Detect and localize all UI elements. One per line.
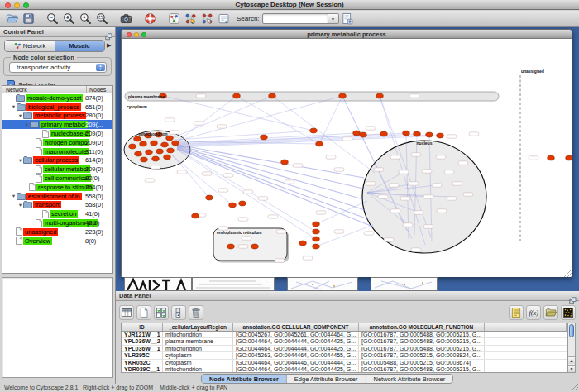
table-cell[interactable]: [GO:0044464, GO:0044444, GO:0044425, G..… xyxy=(233,346,359,352)
zoom-selected-icon[interactable] xyxy=(77,12,93,26)
graph-node[interactable] xyxy=(233,93,241,98)
graph-node[interactable] xyxy=(229,203,237,208)
search-dropdown-button[interactable]: ▼ xyxy=(328,13,339,24)
tree-row-primary-metabol[interactable]: ▼primary metabol209(... xyxy=(2,120,112,129)
tree-row-nitrogen-compo[interactable]: nitrogen compo209(0) xyxy=(2,138,112,147)
window-zoom-button[interactable] xyxy=(141,32,146,37)
table-cell[interactable]: [GO:0045267, GO:0045261, GO:0044464, G..… xyxy=(233,332,359,338)
matrix-icon[interactable] xyxy=(561,305,576,320)
tree-row-macromolecule[interactable]: macromolecule311(0) xyxy=(2,147,112,156)
attribute-list-icon[interactable] xyxy=(509,305,524,320)
table-cell[interactable]: mitochondrion xyxy=(163,346,233,352)
expand-arrow-icon[interactable]: ▼ xyxy=(11,104,17,109)
expand-arrow-icon[interactable]: ▼ xyxy=(24,122,30,127)
column-header-4[interactable]: annotation.GO MOLECULAR_FUNCTION xyxy=(359,323,485,331)
tab-node-attribute-browser[interactable]: Node Attribute Browser xyxy=(202,375,287,383)
table-scrollbar[interactable]: ▲ ▼ xyxy=(567,323,576,373)
graph-node[interactable] xyxy=(152,156,160,161)
network-graph[interactable]: plasma membranecytoplasmmitochondrionnuc… xyxy=(122,39,572,277)
tree-row-cellular-metabol[interactable]: cellular metabol209(0) xyxy=(2,165,112,174)
tab-edge-attribute-browser[interactable]: Edge Attribute Browser xyxy=(287,375,366,383)
zoom-in-icon[interactable] xyxy=(60,12,77,26)
zoom-out-icon[interactable] xyxy=(44,12,60,26)
table-cell[interactable]: YJR121W__1 xyxy=(122,332,163,338)
network-window-titlebar[interactable]: primary metabolic process xyxy=(122,30,572,39)
canvas-resize-grip[interactable] xyxy=(564,270,572,277)
tree-row-multi-organism-pro[interactable]: multi-organism pro42(0) xyxy=(2,218,112,227)
tree-row-mosaic-demo-yeast[interactable]: mosaic-demo-yeast874(0) xyxy=(2,93,112,103)
background-window[interactable] xyxy=(371,277,438,291)
view-settings-icon[interactable] xyxy=(215,12,232,26)
graph-node[interactable] xyxy=(140,141,147,146)
function-builder-icon[interactable]: f(x) xyxy=(526,305,541,320)
table-cell[interactable]: [GO:0016787, GO:0005215, GO:0003824, G..… xyxy=(359,352,485,359)
vizmapper-icon[interactable] xyxy=(182,12,199,26)
graph-node[interactable] xyxy=(313,229,320,234)
graph-node[interactable] xyxy=(566,155,572,160)
graph-node[interactable] xyxy=(161,142,169,147)
expand-arrow-icon[interactable]: ▼ xyxy=(11,194,17,198)
tree-row-overview[interactable]: Overview8(0) xyxy=(2,237,112,246)
open-file-icon[interactable] xyxy=(3,12,20,26)
close-button[interactable] xyxy=(5,2,11,8)
edge[interactable] xyxy=(177,147,365,210)
table-row[interactable]: YJR121W__1mitochondrion[GO:0045267, GO:0… xyxy=(122,332,567,339)
graph-node[interactable] xyxy=(134,136,141,141)
graph-node[interactable] xyxy=(339,93,347,98)
scroll-down-button[interactable]: ▼ xyxy=(568,365,575,372)
table-cell[interactable]: mitochondrion xyxy=(163,332,233,338)
tree-row-unassigned[interactable]: unassigned223(0) xyxy=(2,227,112,237)
edge[interactable] xyxy=(316,225,373,246)
float-panel-icon[interactable] xyxy=(105,29,112,36)
background-window[interactable] xyxy=(192,277,275,291)
graph-node[interactable] xyxy=(164,155,171,160)
edge[interactable] xyxy=(172,96,272,138)
minimize-button[interactable] xyxy=(14,2,20,8)
save-icon[interactable] xyxy=(20,12,36,26)
tree-row-secretion[interactable]: secretion41(0) xyxy=(2,209,112,218)
table-row[interactable]: YPL036W__1mitochondrion[GO:0044464, GO:0… xyxy=(122,346,567,353)
tab-network-attribute-browser[interactable]: Network Attribute Browser xyxy=(366,375,453,383)
window-resize-grip[interactable] xyxy=(571,383,579,391)
expand-arrow-icon[interactable]: ▼ xyxy=(17,203,23,208)
graph-node[interactable] xyxy=(313,237,320,241)
column-header-3[interactable]: annotation.GO CELLULAR_COMPONENT xyxy=(233,323,359,331)
table-cell[interactable]: [GO:0005488, GO:0005215, GO:0003674] xyxy=(359,360,485,366)
attribute-table[interactable]: ID_cellularLayoutRegionannotation.GO CEL… xyxy=(121,323,567,373)
graph-node[interactable] xyxy=(156,149,164,154)
filter-icon[interactable] xyxy=(199,12,215,26)
table-cell[interactable]: [GO:0016787, GO:0005488, GO:0005215, G..… xyxy=(359,338,485,345)
table-row[interactable]: YDR039C__1mitochondrion[GO:0044464, GO:0… xyxy=(122,366,567,373)
table-cell[interactable]: [GO:0016787, GO:0005488, GO:0005215, G..… xyxy=(359,366,485,373)
graph-node[interactable] xyxy=(353,131,361,136)
snapshot-icon[interactable] xyxy=(117,12,134,26)
color-attribute-dropdown[interactable]: transporter activity ▲▼ xyxy=(9,62,107,73)
graph-node[interactable] xyxy=(141,157,148,162)
graph-node[interactable] xyxy=(310,128,318,133)
window-close-button[interactable] xyxy=(127,32,132,37)
graph-node[interactable] xyxy=(313,222,320,227)
search-input[interactable] xyxy=(262,13,328,24)
import-attributes-icon[interactable] xyxy=(543,305,558,320)
zoom-fit-icon[interactable] xyxy=(93,12,110,26)
edge[interactable] xyxy=(177,150,316,239)
graph-node[interactable] xyxy=(299,241,307,246)
edge[interactable] xyxy=(177,148,368,219)
tree-row-nucleobase-c[interactable]: nucleobase-c209(0) xyxy=(2,129,112,138)
graph-node[interactable] xyxy=(403,131,410,136)
network-view-window[interactable]: primary metabolic process plasma membran… xyxy=(121,29,572,277)
graph-node[interactable] xyxy=(414,131,421,136)
select-attributes-icon[interactable] xyxy=(154,305,169,320)
graph-node[interactable] xyxy=(548,155,555,160)
scrollbar-thumb[interactable] xyxy=(569,324,574,337)
graph-node[interactable] xyxy=(380,131,388,136)
edge[interactable] xyxy=(177,135,429,146)
table-cell[interactable]: YKR052C xyxy=(122,360,163,366)
table-cell[interactable]: [GO:0016787, GO:0005488, GO:0005215, G..… xyxy=(359,346,485,352)
edge[interactable] xyxy=(237,96,319,144)
tree-row-cell-communicat[interactable]: cell communicat22(0) xyxy=(2,174,112,183)
birdseye-view-panel[interactable] xyxy=(2,277,113,378)
background-window[interactable] xyxy=(124,277,192,291)
table-cell[interactable]: YDR039C__1 xyxy=(122,366,163,373)
tree-row-metabolic-process[interactable]: ▼metabolic process280(0) xyxy=(2,112,112,121)
